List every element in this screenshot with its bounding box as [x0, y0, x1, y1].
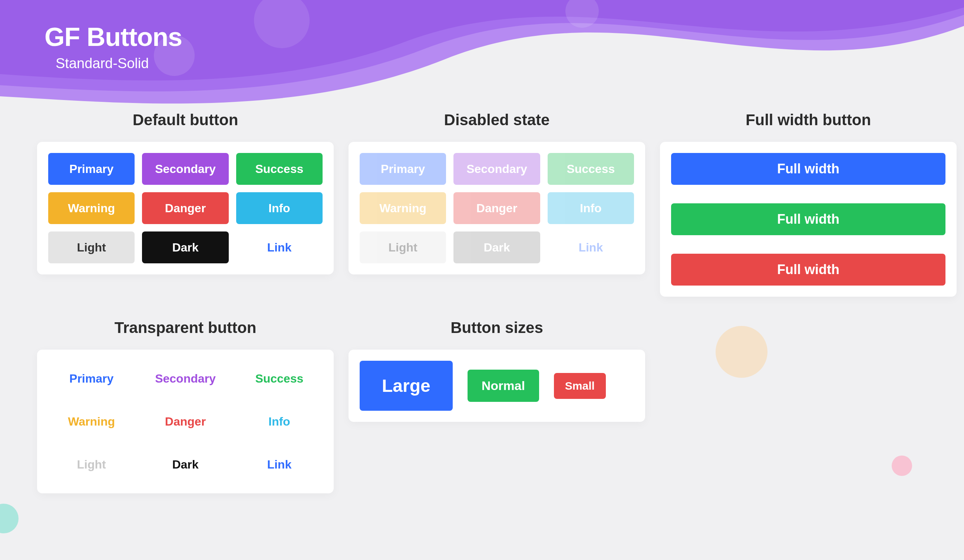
- btn-default-light[interactable]: Light: [48, 232, 135, 263]
- btn-transparent-secondary[interactable]: Secondary: [142, 361, 228, 396]
- section-sizes: Button sizes Large Normal Small: [348, 319, 645, 422]
- btn-full-danger[interactable]: Full width: [671, 254, 946, 286]
- btn-disabled-light: Light: [360, 232, 446, 263]
- btn-default-warning[interactable]: Warning: [48, 192, 135, 224]
- svg-point-2: [565, 0, 599, 28]
- section-title-default: Default button: [37, 111, 334, 129]
- btn-transparent-dark[interactable]: Dark: [142, 447, 228, 482]
- btn-default-danger[interactable]: Danger: [142, 192, 228, 224]
- btn-default-link[interactable]: Link: [236, 232, 322, 263]
- section-title-full-width: Full width button: [660, 111, 957, 129]
- btn-default-info[interactable]: Info: [236, 192, 322, 224]
- btn-full-primary[interactable]: Full width: [671, 153, 946, 185]
- btn-disabled-danger: Danger: [453, 192, 540, 224]
- btn-transparent-danger[interactable]: Danger: [142, 404, 228, 439]
- section-full-width: Full width button Full width Full width …: [660, 111, 957, 297]
- btn-transparent-light[interactable]: Light: [48, 447, 135, 482]
- section-title-sizes: Button sizes: [348, 319, 645, 337]
- btn-transparent-success[interactable]: Success: [236, 361, 322, 396]
- btn-size-small[interactable]: Small: [554, 373, 606, 399]
- page-subtitle: Standard-Solid: [55, 55, 182, 71]
- section-transparent: Transparent button Primary Secondary Suc…: [37, 319, 334, 493]
- decorative-blob-teal: [0, 504, 18, 533]
- section-disabled: Disabled state Primary Secondary Success…: [348, 111, 645, 274]
- btn-size-normal[interactable]: Normal: [467, 370, 539, 402]
- btn-disabled-secondary: Secondary: [453, 153, 540, 185]
- btn-disabled-info: Info: [548, 192, 634, 224]
- btn-default-secondary[interactable]: Secondary: [142, 153, 228, 185]
- section-title-transparent: Transparent button: [37, 319, 334, 337]
- btn-size-large[interactable]: Large: [360, 361, 453, 411]
- btn-disabled-warning: Warning: [360, 192, 446, 224]
- btn-disabled-dark: Dark: [453, 232, 540, 263]
- btn-transparent-primary[interactable]: Primary: [48, 361, 135, 396]
- btn-full-success[interactable]: Full width: [671, 203, 946, 235]
- btn-default-success[interactable]: Success: [236, 153, 322, 185]
- svg-point-1: [254, 0, 309, 48]
- btn-default-primary[interactable]: Primary: [48, 153, 135, 185]
- btn-disabled-link: Link: [548, 232, 634, 263]
- btn-default-dark[interactable]: Dark: [142, 232, 228, 263]
- btn-transparent-info[interactable]: Info: [236, 404, 322, 439]
- btn-transparent-link[interactable]: Link: [236, 447, 322, 482]
- btn-disabled-success: Success: [548, 153, 634, 185]
- btn-transparent-warning[interactable]: Warning: [48, 404, 135, 439]
- section-default: Default button Primary Secondary Success…: [37, 111, 334, 274]
- page-title: GF Buttons: [44, 22, 182, 52]
- btn-disabled-primary: Primary: [360, 153, 446, 185]
- section-title-disabled: Disabled state: [348, 111, 645, 129]
